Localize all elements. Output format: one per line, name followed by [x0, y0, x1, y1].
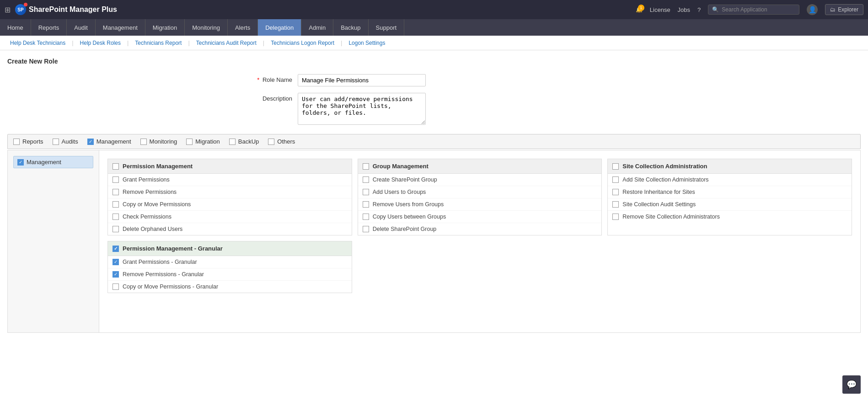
tab-migration-checkbox[interactable]	[186, 139, 193, 145]
nav-support[interactable]: Support	[369, 19, 405, 36]
tab-monitoring-checkbox[interactable]	[140, 139, 147, 145]
subnav-technicians-audit-report[interactable]: Technicians Audit Report	[191, 36, 262, 50]
delete-orphaned-users-item: Delete Orphaned Users	[108, 223, 352, 235]
tab-audits[interactable]: Audits	[53, 138, 78, 145]
nav-migration[interactable]: Migration	[145, 19, 185, 36]
delete-orphaned-users-checkbox[interactable]	[113, 226, 119, 232]
copy-move-permissions-checkbox[interactable]	[113, 201, 119, 208]
tab-reports[interactable]: Reports	[13, 138, 43, 145]
restore-inheritance-sites-item: Restore Inheritance for Sites	[608, 186, 852, 198]
nav-audit[interactable]: Audit	[67, 19, 96, 36]
remove-permissions-granular-checkbox[interactable]	[113, 271, 119, 278]
delete-sharepoint-group-checkbox[interactable]	[363, 226, 369, 232]
tab-management[interactable]: Management	[87, 138, 131, 145]
chat-button[interactable]: 💬	[842, 375, 861, 394]
tab-audits-checkbox[interactable]	[53, 139, 59, 145]
add-site-collection-admins-item: Add Site Collection Administrators	[608, 174, 852, 186]
copy-move-permissions-granular-checkbox[interactable]	[113, 283, 119, 290]
left-sidebar: Management	[8, 150, 99, 332]
subnav-helpdesk-technicians[interactable]: Help Desk Technicians	[5, 36, 71, 50]
explorer-button[interactable]: 🗂 Explorer	[825, 4, 863, 15]
tab-backup[interactable]: BackUp	[229, 138, 259, 145]
notification-bell[interactable]: 🔔 1	[636, 6, 643, 13]
site-collection-audit-settings-item: Site Collection Audit Settings	[608, 198, 852, 211]
nav-reports[interactable]: Reports	[31, 19, 67, 36]
help-link[interactable]: ?	[697, 6, 701, 13]
check-permissions-item: Check Permissions	[108, 211, 352, 223]
page-title: Create New Role	[7, 58, 861, 65]
app-logo: SP SharePoint Manager Plus	[15, 4, 631, 15]
restore-inheritance-sites-checkbox[interactable]	[612, 189, 619, 195]
create-sharepoint-group-checkbox[interactable]	[363, 176, 369, 183]
grid-icon[interactable]: ⊞	[5, 5, 11, 14]
grant-permissions-checkbox[interactable]	[113, 176, 119, 183]
nav-admin[interactable]: Admin	[301, 19, 333, 36]
tab-others-checkbox[interactable]	[268, 139, 274, 145]
add-site-collection-admins-checkbox[interactable]	[612, 176, 619, 183]
tab-backup-checkbox[interactable]	[229, 139, 236, 145]
search-input[interactable]	[722, 6, 795, 13]
subnav-logon-settings[interactable]: Logon Settings	[343, 36, 391, 50]
role-name-input[interactable]	[298, 74, 426, 86]
site-collection-admin-checkbox[interactable]	[612, 163, 619, 170]
remove-permissions-granular-item: Remove Permissions - Granular	[108, 268, 352, 281]
license-link[interactable]: License	[650, 6, 670, 13]
sidebar-management-checkbox[interactable]	[17, 159, 24, 166]
remove-users-from-groups-checkbox[interactable]	[363, 201, 369, 208]
header-bar: ⊞ SP SharePoint Manager Plus 🔔 1 License…	[0, 0, 868, 19]
tab-others[interactable]: Others	[268, 138, 295, 145]
remove-site-collection-admins-checkbox[interactable]	[612, 214, 619, 220]
description-label: Description	[228, 93, 292, 102]
nav-monitoring[interactable]: Monitoring	[185, 19, 228, 36]
remove-permissions-checkbox[interactable]	[113, 189, 119, 195]
copy-users-between-groups-item: Copy Users between Groups	[358, 211, 602, 223]
nav-management[interactable]: Management	[96, 19, 145, 36]
tab-migration[interactable]: Migration	[186, 138, 220, 145]
permission-management-granular-header: Permission Management - Granular	[108, 241, 352, 256]
copy-move-permissions-item: Copy or Move Permissions	[108, 198, 352, 211]
group-management-header: Group Management	[358, 159, 602, 174]
logo-badge	[24, 3, 27, 6]
tab-monitoring[interactable]: Monitoring	[140, 138, 177, 145]
remove-users-from-groups-item: Remove Users from Groups	[358, 198, 602, 211]
permission-management-group: Permission Management Grant Permissions …	[107, 159, 352, 235]
sub-nav: Help Desk Technicians | Help Desk Roles …	[0, 36, 868, 50]
subnav-technicians-logon-report[interactable]: Technicians Logon Report	[265, 36, 340, 50]
tab-reports-checkbox[interactable]	[13, 139, 20, 145]
form-section: * Role Name Description User can add/rem…	[228, 74, 640, 125]
nav-backup[interactable]: Backup	[333, 19, 368, 36]
page-content: Create New Role * Role Name Description …	[0, 50, 868, 401]
remove-site-collection-admins-item: Remove Site Collection Administrators	[608, 211, 852, 223]
search-icon: 🔍	[712, 6, 719, 13]
jobs-link[interactable]: Jobs	[678, 6, 690, 13]
grant-permissions-granular-item: Grant Permissions - Granular	[108, 256, 352, 268]
permission-management-granular-checkbox[interactable]	[113, 246, 119, 252]
role-name-row: * Role Name	[228, 74, 640, 86]
avatar[interactable]: 👤	[807, 4, 818, 15]
permission-management-checkbox[interactable]	[113, 163, 119, 170]
grant-permissions-item: Grant Permissions	[108, 174, 352, 186]
nav-delegation[interactable]: Delegation	[258, 19, 301, 36]
description-textarea[interactable]: User can add/remove permissions for the …	[298, 93, 426, 125]
main-nav: Home Reports Audit Management Migration …	[0, 19, 868, 36]
create-sharepoint-group-item: Create SharePoint Group	[358, 174, 602, 186]
app-name: SharePoint Manager Plus	[29, 5, 117, 14]
tabs-bar: Reports Audits Management Monitoring Mig…	[7, 134, 861, 149]
nav-alerts[interactable]: Alerts	[228, 19, 258, 36]
grant-permissions-granular-checkbox[interactable]	[113, 259, 119, 265]
header-right: 🔔 1 License Jobs ? 🔍 👤 🗂 Explorer	[636, 4, 863, 15]
permission-management-granular-group: Permission Management - Granular Grant P…	[107, 241, 352, 293]
site-collection-audit-settings-checkbox[interactable]	[612, 201, 619, 208]
sidebar-item-management[interactable]: Management	[13, 156, 93, 168]
check-permissions-checkbox[interactable]	[113, 214, 119, 220]
logo-icon: SP	[15, 4, 26, 15]
tab-management-checkbox[interactable]	[87, 139, 94, 145]
subnav-technicians-report[interactable]: Technicians Report	[129, 36, 187, 50]
nav-home[interactable]: Home	[0, 19, 31, 36]
search-box[interactable]: 🔍	[708, 5, 799, 15]
subnav-helpdesk-roles[interactable]: Help Desk Roles	[75, 36, 126, 50]
group-management-checkbox[interactable]	[363, 163, 369, 170]
add-users-to-groups-checkbox[interactable]	[363, 189, 369, 195]
copy-move-permissions-granular-item: Copy or Move Permissions - Granular	[108, 281, 352, 293]
copy-users-between-groups-checkbox[interactable]	[363, 214, 369, 220]
